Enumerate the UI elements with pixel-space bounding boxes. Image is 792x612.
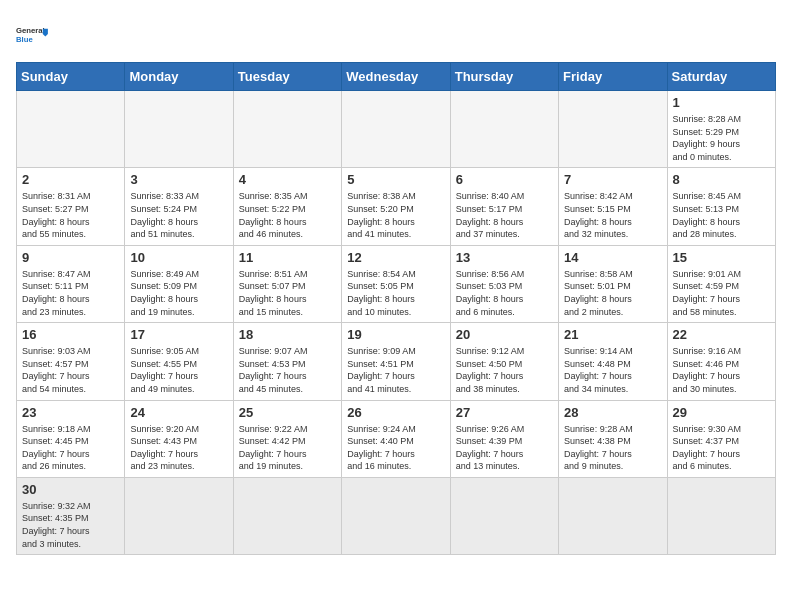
day-number: 8 [673,172,770,187]
calendar-cell: 29Sunrise: 9:30 AM Sunset: 4:37 PM Dayli… [667,400,775,477]
day-info: Sunrise: 9:18 AM Sunset: 4:45 PM Dayligh… [22,423,119,473]
day-info: Sunrise: 8:38 AM Sunset: 5:20 PM Dayligh… [347,190,444,240]
day-info: Sunrise: 9:32 AM Sunset: 4:35 PM Dayligh… [22,500,119,550]
calendar-cell: 23Sunrise: 9:18 AM Sunset: 4:45 PM Dayli… [17,400,125,477]
day-number: 9 [22,250,119,265]
calendar-cell [125,91,233,168]
calendar-cell: 4Sunrise: 8:35 AM Sunset: 5:22 PM Daylig… [233,168,341,245]
day-number: 5 [347,172,444,187]
calendar-cell: 21Sunrise: 9:14 AM Sunset: 4:48 PM Dayli… [559,323,667,400]
weekday-header-monday: Monday [125,63,233,91]
calendar-cell: 25Sunrise: 9:22 AM Sunset: 4:42 PM Dayli… [233,400,341,477]
calendar-cell: 13Sunrise: 8:56 AM Sunset: 5:03 PM Dayli… [450,245,558,322]
day-number: 2 [22,172,119,187]
calendar-cell: 2Sunrise: 8:31 AM Sunset: 5:27 PM Daylig… [17,168,125,245]
calendar-cell [559,477,667,554]
calendar-cell: 1Sunrise: 8:28 AM Sunset: 5:29 PM Daylig… [667,91,775,168]
svg-text:General: General [16,26,45,35]
day-info: Sunrise: 8:58 AM Sunset: 5:01 PM Dayligh… [564,268,661,318]
calendar-cell [342,477,450,554]
day-info: Sunrise: 9:16 AM Sunset: 4:46 PM Dayligh… [673,345,770,395]
day-number: 29 [673,405,770,420]
day-info: Sunrise: 8:42 AM Sunset: 5:15 PM Dayligh… [564,190,661,240]
weekday-header-friday: Friday [559,63,667,91]
weekday-header-row: SundayMondayTuesdayWednesdayThursdayFrid… [17,63,776,91]
day-info: Sunrise: 9:03 AM Sunset: 4:57 PM Dayligh… [22,345,119,395]
day-number: 21 [564,327,661,342]
calendar-cell: 30Sunrise: 9:32 AM Sunset: 4:35 PM Dayli… [17,477,125,554]
calendar-week-row: 16Sunrise: 9:03 AM Sunset: 4:57 PM Dayli… [17,323,776,400]
calendar-week-row: 9Sunrise: 8:47 AM Sunset: 5:11 PM Daylig… [17,245,776,322]
weekday-header-tuesday: Tuesday [233,63,341,91]
day-number: 3 [130,172,227,187]
day-number: 22 [673,327,770,342]
day-info: Sunrise: 9:24 AM Sunset: 4:40 PM Dayligh… [347,423,444,473]
day-number: 28 [564,405,661,420]
calendar-week-row: 30Sunrise: 9:32 AM Sunset: 4:35 PM Dayli… [17,477,776,554]
calendar-week-row: 2Sunrise: 8:31 AM Sunset: 5:27 PM Daylig… [17,168,776,245]
day-info: Sunrise: 8:35 AM Sunset: 5:22 PM Dayligh… [239,190,336,240]
calendar-cell: 28Sunrise: 9:28 AM Sunset: 4:38 PM Dayli… [559,400,667,477]
calendar-cell [342,91,450,168]
logo-icon: GeneralBlue [16,16,52,52]
day-info: Sunrise: 9:20 AM Sunset: 4:43 PM Dayligh… [130,423,227,473]
calendar-cell [450,91,558,168]
calendar-cell: 3Sunrise: 8:33 AM Sunset: 5:24 PM Daylig… [125,168,233,245]
day-number: 25 [239,405,336,420]
calendar-cell [233,477,341,554]
day-info: Sunrise: 8:51 AM Sunset: 5:07 PM Dayligh… [239,268,336,318]
svg-text:Blue: Blue [16,35,33,44]
logo: GeneralBlue [16,16,52,52]
calendar-week-row: 1Sunrise: 8:28 AM Sunset: 5:29 PM Daylig… [17,91,776,168]
calendar-cell [17,91,125,168]
page-header: GeneralBlue [16,16,776,52]
calendar-cell: 6Sunrise: 8:40 AM Sunset: 5:17 PM Daylig… [450,168,558,245]
day-info: Sunrise: 8:45 AM Sunset: 5:13 PM Dayligh… [673,190,770,240]
calendar-cell: 7Sunrise: 8:42 AM Sunset: 5:15 PM Daylig… [559,168,667,245]
calendar-cell: 15Sunrise: 9:01 AM Sunset: 4:59 PM Dayli… [667,245,775,322]
day-info: Sunrise: 8:47 AM Sunset: 5:11 PM Dayligh… [22,268,119,318]
weekday-header-saturday: Saturday [667,63,775,91]
day-info: Sunrise: 8:33 AM Sunset: 5:24 PM Dayligh… [130,190,227,240]
weekday-header-thursday: Thursday [450,63,558,91]
day-number: 18 [239,327,336,342]
calendar-cell [125,477,233,554]
calendar-cell: 22Sunrise: 9:16 AM Sunset: 4:46 PM Dayli… [667,323,775,400]
day-number: 4 [239,172,336,187]
calendar-cell: 19Sunrise: 9:09 AM Sunset: 4:51 PM Dayli… [342,323,450,400]
day-info: Sunrise: 9:05 AM Sunset: 4:55 PM Dayligh… [130,345,227,395]
day-number: 30 [22,482,119,497]
calendar-cell: 8Sunrise: 8:45 AM Sunset: 5:13 PM Daylig… [667,168,775,245]
calendar-cell: 26Sunrise: 9:24 AM Sunset: 4:40 PM Dayli… [342,400,450,477]
weekday-header-sunday: Sunday [17,63,125,91]
day-info: Sunrise: 9:07 AM Sunset: 4:53 PM Dayligh… [239,345,336,395]
day-number: 13 [456,250,553,265]
calendar-cell: 24Sunrise: 9:20 AM Sunset: 4:43 PM Dayli… [125,400,233,477]
day-info: Sunrise: 9:30 AM Sunset: 4:37 PM Dayligh… [673,423,770,473]
calendar-cell: 18Sunrise: 9:07 AM Sunset: 4:53 PM Dayli… [233,323,341,400]
day-info: Sunrise: 9:09 AM Sunset: 4:51 PM Dayligh… [347,345,444,395]
day-number: 19 [347,327,444,342]
day-number: 16 [22,327,119,342]
weekday-header-wednesday: Wednesday [342,63,450,91]
calendar-cell: 20Sunrise: 9:12 AM Sunset: 4:50 PM Dayli… [450,323,558,400]
calendar-cell [450,477,558,554]
calendar-cell: 16Sunrise: 9:03 AM Sunset: 4:57 PM Dayli… [17,323,125,400]
day-number: 20 [456,327,553,342]
day-info: Sunrise: 9:14 AM Sunset: 4:48 PM Dayligh… [564,345,661,395]
day-info: Sunrise: 9:12 AM Sunset: 4:50 PM Dayligh… [456,345,553,395]
calendar-cell: 11Sunrise: 8:51 AM Sunset: 5:07 PM Dayli… [233,245,341,322]
calendar-cell: 9Sunrise: 8:47 AM Sunset: 5:11 PM Daylig… [17,245,125,322]
svg-marker-1 [43,29,48,37]
calendar-table: SundayMondayTuesdayWednesdayThursdayFrid… [16,62,776,555]
day-info: Sunrise: 8:56 AM Sunset: 5:03 PM Dayligh… [456,268,553,318]
calendar-cell: 10Sunrise: 8:49 AM Sunset: 5:09 PM Dayli… [125,245,233,322]
day-number: 11 [239,250,336,265]
day-number: 10 [130,250,227,265]
day-info: Sunrise: 8:28 AM Sunset: 5:29 PM Dayligh… [673,113,770,163]
calendar-week-row: 23Sunrise: 9:18 AM Sunset: 4:45 PM Dayli… [17,400,776,477]
day-number: 15 [673,250,770,265]
day-number: 26 [347,405,444,420]
day-number: 6 [456,172,553,187]
day-number: 17 [130,327,227,342]
